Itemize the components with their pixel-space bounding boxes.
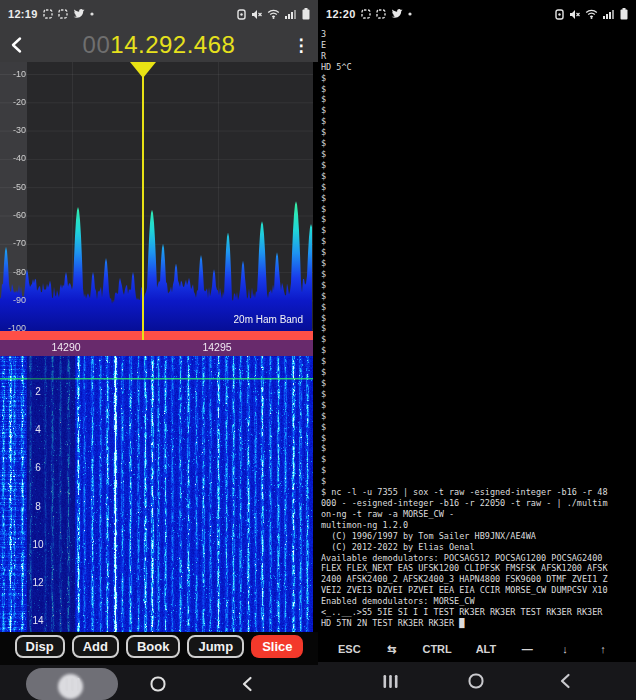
frequency-prefix: 00 [83,31,111,58]
dash-key[interactable]: — [520,643,534,655]
dot-icon [90,12,94,16]
db-tick-label: -70 [2,238,26,249]
home-button[interactable] [468,673,484,689]
waterfall-tick-label: 2 [27,386,49,397]
frequency-tick-label: 14295 [195,341,239,353]
sdr-app-screen: 12:19 0014.292.468 ⋮ -10-2 [0,0,318,700]
signal-icon [285,9,297,19]
tab-key[interactable]: ⇆ [385,643,399,656]
waterfall-scale-band: 2468101214 [27,356,75,632]
wifi-icon [585,9,598,19]
spectrum-view[interactable]: -10-20-30-40-50-60-70-80-90-100 20m Ham … [0,62,313,331]
db-tick-label: -40 [2,153,26,164]
signal-icon [603,9,615,19]
db-tick-label: -20 [2,97,26,108]
statusbar-left: 12:19 [0,0,318,28]
band-strip [0,331,313,340]
android-navbar-left [0,665,318,700]
band-label: 20m Ham Band [234,314,303,325]
screenshot-icon [376,9,386,19]
waterfall-tick-label: 12 [27,577,49,588]
statusbar-right: 12:20 [318,0,636,28]
sdr-header: 0014.292.468 ⋮ [0,28,318,62]
battery-icon [620,8,628,20]
frequency-display[interactable]: 0014.292.468 [0,31,318,59]
disp-button[interactable]: Disp [15,635,65,658]
twitter-icon [391,9,403,19]
android-navbar-right [318,662,636,700]
arrow-up-key[interactable]: ↑ [596,643,610,655]
spectrum-canvas[interactable] [0,62,313,331]
waterfall-tick-label: 8 [27,501,49,512]
book-button[interactable]: Book [126,635,181,658]
db-tick-label: -80 [2,267,26,278]
terminal-text: 3 E R HD 5^C $ $ $ $ $ $ $ $ $ $ $ $ $ $… [321,29,636,629]
waterfall-tick-label: 4 [27,424,49,435]
slice-button[interactable]: Slice [251,635,303,658]
sdr-display: -10-20-30-40-50-60-70-80-90-100 20m Ham … [0,62,313,632]
db-tick-label: -10 [2,69,26,80]
jump-button[interactable]: Jump [187,635,244,658]
frequency-scale-bar[interactable]: 1429014295 [0,340,313,356]
back-nav-button[interactable] [557,673,573,689]
extra-keys-row: ESC ⇆ CTRL ALT — ↓ ↑ [318,636,636,662]
waterfall-tick-label: 10 [27,539,49,550]
recents-button[interactable] [64,676,80,692]
frequency-tick-label: 14290 [44,341,88,353]
twitter-icon [73,9,85,19]
screenshot-icon [43,9,53,19]
waterfall-view[interactable]: 2468101214 [0,356,313,632]
home-button[interactable] [150,676,166,692]
dot-icon [408,12,412,16]
clock: 12:20 [326,8,356,20]
screenshot-icon [361,9,371,19]
db-tick-label: -60 [2,210,26,221]
db-tick-label: -100 [2,323,26,334]
wifi-icon [267,9,280,19]
db-tick-label: -90 [2,295,26,306]
screenshot-icon [58,9,68,19]
recents-button[interactable] [382,673,398,689]
sim-lock-icon [237,9,246,20]
waterfall-tick-label: 14 [27,615,49,626]
terminal-output[interactable]: 3 E R HD 5^C $ $ $ $ $ $ $ $ $ $ $ $ $ $… [318,28,636,636]
alt-key[interactable]: ALT [476,643,497,655]
mute-icon [251,9,262,20]
db-tick-label: -30 [2,125,26,136]
sdr-toolbar: Disp Add Book Jump Slice [0,632,318,665]
db-tick-label: -50 [2,182,26,193]
back-nav-button[interactable] [239,676,255,692]
sim-lock-icon [555,9,564,20]
esc-key[interactable]: ESC [338,643,361,655]
add-button[interactable]: Add [72,635,119,658]
clock: 12:19 [8,8,38,20]
dual-screenshot: 12:19 0014.292.468 ⋮ -10-2 [0,0,636,700]
frequency-value: 14.292.468 [110,31,235,58]
tuning-marker-line[interactable] [142,76,144,340]
arrow-down-key[interactable]: ↓ [558,643,572,655]
waterfall-tick-label: 6 [27,462,49,473]
ctrl-key[interactable]: CTRL [422,643,451,655]
mute-icon [569,9,580,20]
terminal-app-screen: 12:20 3 E R HD 5^C $ $ $ $ $ $ $ $ $ $ $… [318,0,636,700]
battery-icon [302,8,310,20]
